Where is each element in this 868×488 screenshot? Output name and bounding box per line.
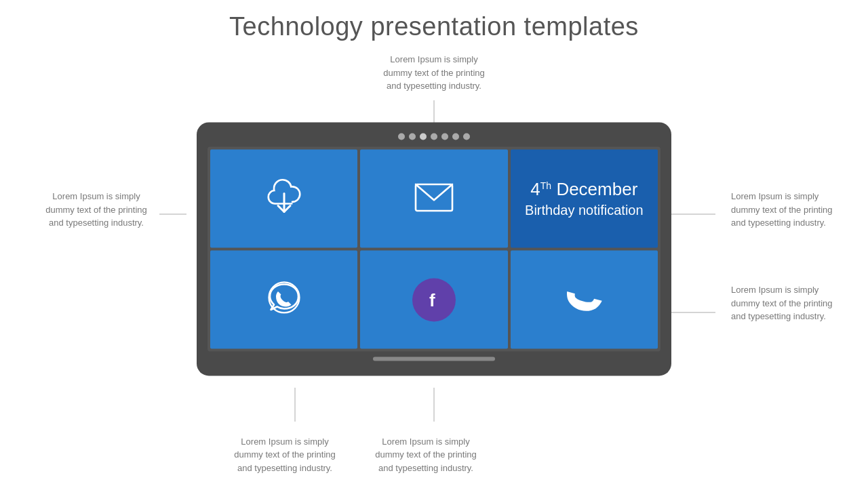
annotation-top: Lorem Ipsum is simply dummy text of the …: [380, 53, 488, 93]
device-bar: [208, 351, 660, 361]
annotation-right-top: Lorem Ipsum is simply dummy text of the …: [731, 190, 840, 230]
tile-phone[interactable]: [511, 250, 658, 348]
svg-text:f: f: [429, 290, 435, 310]
page-title: Technology presentation templates: [0, 0, 868, 41]
birthday-date: 4Th December: [530, 179, 637, 200]
dot-3: [420, 133, 427, 140]
annotation-bottom-right: Lorem Ipsum is simply dummy text of the …: [372, 435, 480, 475]
cloud-download-icon: [264, 177, 304, 220]
facebook-circle: f: [412, 278, 456, 321]
annotation-bottom-left: Lorem Ipsum is simply dummy text of the …: [231, 435, 339, 475]
dot-5: [441, 133, 448, 140]
tile-email[interactable]: [360, 149, 507, 247]
device: 4Th December Birthday notification: [197, 122, 671, 375]
device-dots: [208, 133, 660, 140]
dot-4: [431, 133, 437, 140]
email-icon: [414, 177, 454, 220]
dot-1: [398, 133, 405, 140]
tile-birthday[interactable]: 4Th December Birthday notification: [511, 149, 658, 247]
tile-cloud-download[interactable]: [210, 149, 357, 247]
tile-facebook[interactable]: f: [360, 250, 507, 348]
scroll-bar[interactable]: [373, 357, 495, 361]
screen: 4Th December Birthday notification: [208, 146, 660, 351]
whatsapp-icon: [264, 278, 304, 321]
phone-icon: [564, 278, 604, 321]
annotation-right-bottom: Lorem Ipsum is simply dummy text of the …: [731, 283, 840, 323]
annotation-left: Lorem Ipsum is simply dummy text of the …: [42, 190, 151, 230]
tile-whatsapp[interactable]: [210, 250, 357, 348]
dot-2: [409, 133, 416, 140]
birthday-label: Birthday notification: [525, 203, 644, 218]
dot-6: [452, 133, 459, 140]
dot-7: [463, 133, 470, 140]
